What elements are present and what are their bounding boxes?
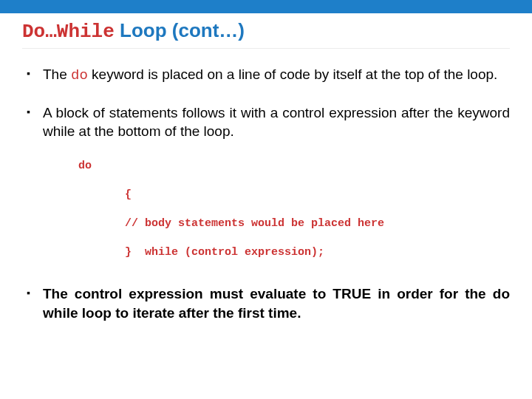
top-blue-bar [0, 0, 532, 13]
code-line-3: // body statements would be placed here [78, 217, 384, 230]
bullet-1-pre: The [43, 66, 71, 82]
title-rest: Loop (cont…) [115, 19, 245, 41]
bullet-1: The do keyword is placed on a line of co… [22, 65, 510, 86]
bullet-2: A block of statements follows it with a … [22, 103, 510, 267]
slide-title: Do…While Loop (cont…) [22, 19, 510, 49]
bullet-3-text: The control expression must evaluate to … [43, 286, 510, 321]
title-code-keyword: Do…While [22, 21, 115, 43]
code-line-1: do [78, 160, 92, 172]
bullet-1-code: do [71, 67, 88, 83]
bullet-1-post: keyword is placed on a line of code by i… [88, 66, 498, 82]
code-line-4: } while (control expression); [78, 246, 324, 259]
bullet-2-text: A block of statements follows it with a … [43, 105, 510, 140]
slide-body: Do…While Loop (cont…) The do keyword is … [0, 13, 532, 322]
code-line-2: { [78, 188, 132, 201]
bullet-list: The do keyword is placed on a line of co… [22, 65, 510, 322]
code-sample: do { // body statements would be placed … [78, 151, 510, 267]
bullet-3: The control expression must evaluate to … [22, 284, 510, 322]
